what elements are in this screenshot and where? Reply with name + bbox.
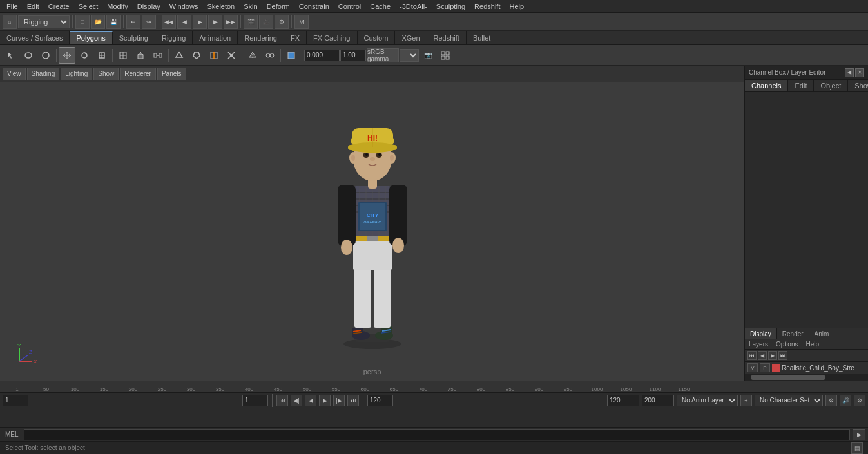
translate-scale-input[interactable] — [340, 50, 366, 61]
menu-control[interactable]: Control — [334, 1, 365, 12]
step-back-btn[interactable]: ◀ — [177, 15, 191, 29]
settings-btn-2[interactable]: ⚙ — [854, 395, 865, 406]
menu-cache[interactable]: Cache — [366, 1, 394, 12]
step-fwd-btn[interactable]: ▶ — [208, 15, 222, 29]
lasso-tool-btn[interactable] — [20, 47, 37, 64]
undo-btn[interactable]: ↩ — [126, 15, 140, 29]
tab-xgen[interactable]: XGen — [395, 31, 427, 44]
next-frame-btn[interactable]: ▶▶ — [224, 15, 238, 29]
append-polygon-btn[interactable] — [171, 47, 188, 64]
char-set-select[interactable]: No Character Set — [755, 395, 823, 406]
status-gear-btn[interactable]: ▤ — [851, 442, 863, 454]
tab-bullet[interactable]: Bullet — [467, 31, 498, 44]
tab-rendering[interactable]: Rendering — [238, 31, 284, 44]
viewport-view-menu[interactable]: View — [3, 68, 26, 80]
prev-frame-btn[interactable]: ◀◀ — [162, 15, 176, 29]
menu-display[interactable]: Display — [133, 1, 164, 12]
menu-skeleton[interactable]: Skeleton — [203, 1, 238, 12]
playback-end-input[interactable] — [642, 395, 674, 406]
menu-constrain[interactable]: Constrain — [295, 1, 333, 12]
tab-sculpting[interactable]: Sculpting — [113, 31, 155, 44]
split-polygon-btn[interactable] — [206, 47, 222, 64]
menu-deform[interactable]: Deform — [263, 1, 294, 12]
open-btn[interactable]: 📂 — [91, 15, 105, 29]
render-settings-btn[interactable]: ⚙ — [275, 15, 289, 29]
viewport-canvas[interactable]: CITY GRAPHIC — [0, 82, 744, 381]
viewport-panels-menu[interactable]: Panels — [157, 68, 186, 80]
tab-fx-caching[interactable]: FX Caching — [307, 31, 357, 44]
multi-cut-btn[interactable] — [223, 47, 240, 64]
camera-tools-btn[interactable]: 📷 — [420, 47, 436, 64]
step-back-btn2[interactable]: ◀| — [291, 395, 302, 406]
display-tab-anim[interactable]: Anim — [809, 328, 835, 339]
display-tab-display[interactable]: Display — [745, 328, 777, 339]
render-btn[interactable]: 🎬 — [244, 15, 258, 29]
menu-select[interactable]: Select — [75, 1, 102, 12]
tab-fx[interactable]: FX — [284, 31, 307, 44]
tab-redshift[interactable]: Redshift — [427, 31, 467, 44]
select-tool-btn[interactable] — [3, 47, 19, 64]
menu-sculpting[interactable]: Sculpting — [432, 1, 469, 12]
tab-channels[interactable]: Channels — [745, 80, 788, 91]
viewport-renderer-menu[interactable]: Renderer — [120, 68, 156, 80]
layer-visibility-btn[interactable]: V — [747, 363, 758, 372]
play-fwd-btn[interactable]: ▶ — [319, 395, 331, 406]
color-space-btn[interactable]: sRGB gamma — [367, 48, 399, 62]
scale-tool-btn[interactable] — [93, 47, 110, 64]
play-back-btn[interactable]: ◀ — [305, 395, 316, 406]
paint-select-btn[interactable] — [37, 47, 54, 64]
home-btn[interactable]: ⌂ — [3, 15, 17, 29]
menu-edit[interactable]: Edit — [23, 1, 43, 12]
mel-input[interactable] — [24, 429, 850, 440]
panel-collapse-btn[interactable]: ◀ — [845, 68, 854, 77]
menu-3dtoall[interactable]: -3DtoAll- — [396, 1, 431, 12]
vertex-color-btn[interactable] — [283, 47, 300, 64]
create-polygon-btn[interactable] — [188, 47, 205, 64]
rotate-tool-btn[interactable] — [76, 47, 93, 64]
menu-create[interactable]: Create — [44, 1, 73, 12]
save-btn[interactable]: 💾 — [106, 15, 121, 29]
mirror-btn[interactable] — [244, 47, 261, 64]
merge-btn[interactable] — [262, 47, 278, 64]
go-to-end-btn[interactable]: ⏭ — [347, 395, 359, 406]
tab-object[interactable]: Object — [814, 80, 848, 91]
end-frame-input[interactable] — [367, 395, 393, 406]
layer-arrow-next[interactable]: ▶ — [768, 351, 777, 360]
current-frame-input[interactable] — [242, 395, 268, 406]
step-fwd-btn2[interactable]: |▶ — [333, 395, 345, 406]
help-menu-item[interactable]: Help — [804, 340, 820, 348]
layer-arrow-next-next[interactable]: ⏭ — [778, 351, 787, 360]
layer-arrow-prev-prev[interactable]: ⏮ — [747, 351, 757, 360]
mel-execute-btn[interactable]: ▶ — [853, 429, 865, 440]
redo-btn[interactable]: ↪ — [142, 15, 156, 29]
anim-layer-select[interactable]: No Anim Layer — [677, 395, 738, 406]
move-tool-btn[interactable] — [59, 47, 75, 64]
viewport-lighting-menu[interactable]: Lighting — [61, 68, 92, 80]
tab-edit[interactable]: Edit — [788, 80, 814, 91]
tab-custom[interactable]: Custom — [358, 31, 396, 44]
layers-menu-item[interactable]: Layers — [747, 340, 769, 348]
extrude-btn[interactable] — [132, 47, 149, 64]
char-set-btn[interactable]: ⚙ — [825, 395, 837, 406]
new-scene-btn[interactable]: □ — [75, 15, 90, 29]
display-tab-render[interactable]: Render — [777, 328, 809, 339]
go-to-start-btn[interactable]: ⏮ — [276, 395, 288, 406]
start-frame-input[interactable] — [3, 395, 28, 406]
menu-redshift[interactable]: Redshift — [470, 1, 504, 12]
grid-btn[interactable] — [437, 47, 454, 64]
layer-playback-btn[interactable]: P — [760, 363, 770, 372]
menu-windows[interactable]: Windows — [166, 1, 202, 12]
gamma-dropdown[interactable]: ▼ — [400, 49, 419, 62]
tab-polygons[interactable]: Polygons — [70, 31, 112, 44]
panel-close-btn[interactable]: ✕ — [855, 68, 864, 77]
mesh-display-btn[interactable] — [115, 47, 131, 64]
playback-start-input[interactable] — [607, 395, 639, 406]
options-menu-item[interactable]: Options — [775, 340, 799, 348]
maya-btn[interactable]: M — [294, 15, 309, 29]
layer-row-1[interactable]: V P Realistic_Child_Boy_Stre — [745, 362, 868, 374]
play-btn[interactable]: ▶ — [193, 15, 207, 29]
ipr-btn[interactable]: 🎥 — [259, 15, 273, 29]
menu-help[interactable]: Help — [505, 1, 528, 12]
menu-skin[interactable]: Skin — [240, 1, 261, 12]
menu-file[interactable]: File — [3, 1, 22, 12]
